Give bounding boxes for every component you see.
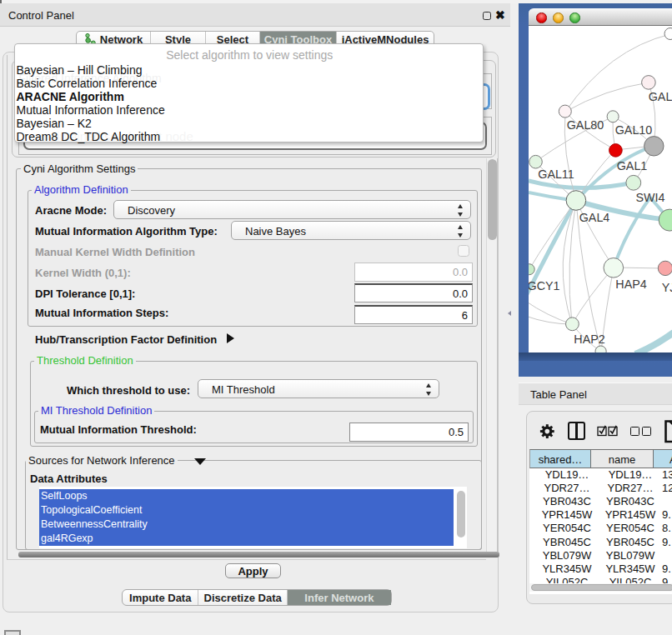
- svg-text:GAL80: GAL80: [567, 118, 604, 132]
- svg-text:GAL10: GAL10: [615, 123, 653, 137]
- svg-text:GAL4: GAL4: [579, 211, 610, 224]
- svg-text:GAL7: GAL7: [649, 90, 672, 103]
- svg-text:GCY1: GCY1: [529, 279, 560, 292]
- svg-text:GAL11: GAL11: [538, 168, 574, 181]
- svg-text:YJ: YJ: [662, 281, 672, 294]
- svg-text:HAP4: HAP4: [615, 278, 646, 291]
- svg-text:SWI4: SWI4: [636, 191, 665, 204]
- svg-text:HAP2: HAP2: [574, 332, 604, 346]
- svg-text:GAL1: GAL1: [617, 159, 648, 172]
